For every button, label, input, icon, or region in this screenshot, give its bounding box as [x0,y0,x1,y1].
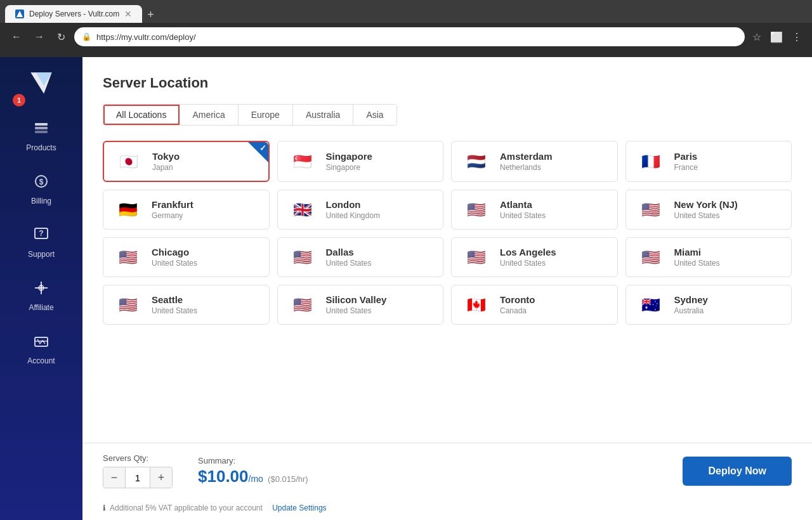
atlanta-country: United States [500,211,546,220]
toronto-info: Toronto Canada [500,294,535,315]
vat-notice: ℹ Additional 5% VAT applicable to your a… [82,498,812,520]
sidebar-item-products[interactable]: Products [0,109,82,160]
frankfurt-country: Germany [152,211,193,220]
newyork-info: New York (NJ) United States [674,199,738,220]
toolbar-right: ☆ ⬜ ⋮ [750,29,804,46]
back-button[interactable]: ← [8,29,25,45]
location-card-sydney[interactable]: Sydney Australia [625,285,792,325]
sidebar-item-billing[interactable]: $ Billing [0,162,82,213]
location-card-newyork[interactable]: New York (NJ) United States [625,190,792,230]
qty-increment-button[interactable]: + [150,467,172,488]
sidebar-item-support[interactable]: ? Support [0,216,82,266]
siliconvalley-info: Silicon Valley United States [326,294,387,315]
location-card-miami[interactable]: Miami United States [625,237,792,277]
location-card-siliconvalley[interactable]: Silicon Valley United States [277,285,444,325]
svg-point-12 [39,285,44,290]
location-card-atlanta[interactable]: Atlanta United States [451,190,618,230]
sidebar-support-label: Support [28,250,55,259]
atlanta-city: Atlanta [500,199,546,210]
flag-us-miami [636,248,665,267]
tokyo-city: Tokyo [152,151,180,162]
chicago-city: Chicago [152,247,197,257]
toronto-city: Toronto [500,294,535,305]
extensions-button[interactable]: ⬜ [768,29,785,46]
flag-singapore [288,152,317,171]
sidebar-item-account[interactable]: Account [0,322,82,373]
tab-asia[interactable]: Asia [353,105,396,125]
tab-australia[interactable]: Australia [293,105,353,125]
location-grid: Tokyo Japan Singapore Singapore [103,141,792,325]
price-amount: $10.00 [198,467,249,486]
location-card-losangeles[interactable]: Los Angeles United States [451,237,618,277]
tab-europe[interactable]: Europe [239,105,293,125]
browser-tabs: Deploy Servers - Vultr.com ✕ + [0,0,812,23]
reload-button[interactable]: ↻ [53,29,69,46]
address-url: https://my.vultr.com/deploy/ [96,32,737,42]
singapore-city: Singapore [326,151,372,162]
new-tab-button[interactable]: + [142,8,159,22]
sidebar-item-affiliate[interactable]: Affiliate [0,269,82,320]
location-card-chicago[interactable]: Chicago United States [103,237,270,277]
price-per-hr: ($0.015/hr) [268,474,308,484]
location-card-toronto[interactable]: Toronto Canada [451,285,618,325]
location-card-frankfurt[interactable]: Frankfurt Germany [103,190,270,230]
qty-value: 1 [125,467,150,488]
svg-rect-5 [35,131,48,133]
frankfurt-info: Frankfurt Germany [152,199,193,220]
location-card-paris[interactable]: Paris France [625,141,792,182]
flag-uk [288,200,317,219]
sydney-country: Australia [674,306,708,315]
tab-close-button[interactable]: ✕ [124,9,132,19]
flag-france [636,152,665,171]
address-bar[interactable]: 🔒 https://my.vultr.com/deploy/ [74,27,745,46]
menu-button[interactable]: ⋮ [789,29,804,46]
lock-icon: 🔒 [82,32,91,41]
flag-us-newyork [636,200,665,219]
info-icon: ℹ [103,504,106,512]
dallas-country: United States [326,259,372,268]
location-card-amsterdam[interactable]: Amsterdam Netherlands [451,141,618,182]
tab-america[interactable]: America [180,105,238,125]
main-content: Server Location All Locations America Eu… [82,57,812,520]
browser-toolbar: ← → ↻ 🔒 https://my.vultr.com/deploy/ ☆ ⬜… [0,23,812,51]
amsterdam-info: Amsterdam Netherlands [500,151,553,172]
tab-title: Deploy Servers - Vultr.com [29,10,119,18]
amsterdam-city: Amsterdam [500,151,553,162]
newyork-country: United States [674,211,738,220]
location-card-dallas[interactable]: Dallas United States [277,237,444,277]
tokyo-country: Japan [152,163,180,172]
chicago-country: United States [152,259,197,268]
toronto-country: Canada [500,306,535,315]
price-per-mo: /mo [249,474,263,484]
tab-all-locations[interactable]: All Locations [103,105,180,125]
deploy-now-button[interactable]: Deploy Now [683,457,792,486]
location-card-seattle[interactable]: Seattle United States [103,285,270,325]
qty-decrement-button[interactable]: − [103,467,125,488]
bottom-bar: Servers Qty: − 1 + Summary: $10.00/mo ($… [82,443,812,498]
selected-checkmark [248,142,268,162]
browser-chrome: Deploy Servers - Vultr.com ✕ + ← → ↻ 🔒 h… [0,0,812,57]
newyork-city: New York (NJ) [674,199,738,210]
flag-us-atlanta [462,200,491,219]
flag-japan [114,152,143,171]
bookmark-button[interactable]: ☆ [750,29,764,46]
affiliate-icon [30,276,53,299]
vultr-logo[interactable] [25,67,57,99]
sydney-city: Sydney [674,294,708,305]
chicago-info: Chicago United States [152,247,197,268]
location-card-london[interactable]: London United Kingdom [277,190,444,230]
location-card-tokyo[interactable]: Tokyo Japan [103,141,270,182]
paris-city: Paris [674,151,698,162]
london-city: London [326,199,380,210]
update-settings-link[interactable]: Update Settings [272,504,326,512]
sidebar-billing-label: Billing [31,197,51,205]
vat-text: Additional 5% VAT applicable to your acc… [110,504,263,512]
support-icon: ? [30,223,53,246]
qty-label: Servers Qty: [103,453,173,463]
browser-tab-active[interactable]: Deploy Servers - Vultr.com ✕ [5,5,142,23]
siliconvalley-city: Silicon Valley [326,294,387,305]
forward-button[interactable]: → [30,29,48,45]
seattle-info: Seattle United States [152,294,197,315]
tokyo-info: Tokyo Japan [152,151,180,172]
location-card-singapore[interactable]: Singapore Singapore [277,141,444,182]
